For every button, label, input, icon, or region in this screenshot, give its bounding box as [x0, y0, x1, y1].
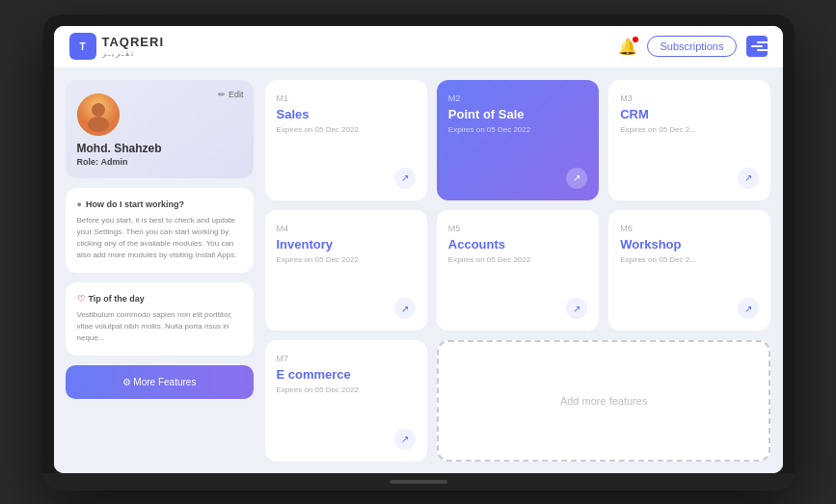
module-card-workshop[interactable]: M6 Workshop Expires on 05 Dec 2... ↗: [608, 210, 770, 331]
avatar: [77, 93, 120, 136]
logo-text: TAQRERI تقـريـر: [102, 35, 165, 58]
module-expiry: Expires on 05 Dec 2...: [620, 255, 759, 264]
module-expiry: Expires on 05 Dec 2022: [448, 125, 587, 134]
module-card-accounts[interactable]: M5 Accounts Expires on 05 Dec 2022 ↗: [437, 210, 599, 331]
app-title: TAQRERI: [102, 35, 165, 49]
left-panel: ✏ Edit: [66, 80, 254, 462]
arrow-icon: ↗: [566, 168, 587, 189]
avatar-area: [77, 93, 242, 136]
module-number: M3: [620, 93, 759, 103]
module-expiry: Expires on 05 Dec 2022: [448, 255, 587, 264]
arrow-icon: ↗: [394, 429, 416, 450]
tip-card: ♡ Tip of the day Vestibulum commodo sapi…: [66, 282, 254, 356]
module-expiry: Expires on 05 Dec 2022: [277, 385, 416, 394]
module-card-pos[interactable]: M2 Point of Sale Expires on 05 Dec 2022 …: [437, 80, 599, 200]
header: T TAQRERI تقـريـر 🔔 Subscriptions: [54, 26, 783, 68]
module-expiry: Expires on 05 Dec 2022: [277, 125, 416, 134]
module-expiry: Expires on 05 Dec 2...: [620, 125, 759, 134]
laptop-base: [42, 473, 795, 491]
how-to-start-title: ● How do I start working?: [77, 199, 242, 209]
tip-text: Vestibulum commodo sapien non elit portt…: [77, 309, 242, 344]
module-name: Workshop: [620, 237, 759, 252]
module-card-ecommerce[interactable]: M7 E commerce Expires on 05 Dec 2022 ↗: [265, 340, 427, 461]
module-card-sales[interactable]: M1 Sales Expires on 05 Dec 2022 ↗: [265, 80, 427, 200]
logo-icon: T: [69, 33, 96, 60]
svg-point-2: [88, 117, 109, 132]
arrow-icon: ↗: [394, 298, 416, 319]
module-name: E commerce: [277, 367, 416, 382]
how-to-start-card: ● How do I start working? Before you sta…: [66, 188, 254, 273]
user-name: Mohd. Shahzeb: [77, 142, 242, 155]
add-more-card[interactable]: Add more features: [437, 340, 771, 461]
logo: T TAQRERI تقـريـر: [69, 33, 165, 60]
module-name: Accounts: [448, 237, 587, 252]
module-name: Point of Sale: [448, 107, 587, 121]
module-number: M7: [277, 354, 416, 363]
screen: T TAQRERI تقـريـر 🔔 Subscriptions: [54, 26, 783, 473]
notification-bell-icon[interactable]: 🔔: [618, 38, 637, 56]
user-role: Role: Admin: [77, 157, 242, 167]
header-right: 🔔 Subscriptions: [618, 36, 767, 57]
main-content: ✏ Edit: [54, 68, 783, 473]
module-number: M2: [448, 93, 587, 103]
profile-card: ✏ Edit: [66, 80, 254, 178]
modules-grid: M1 Sales Expires on 05 Dec 2022 ↗ M2 Poi…: [265, 80, 771, 462]
arrow-icon: ↗: [738, 168, 759, 189]
app-subtitle: تقـريـر: [102, 49, 165, 58]
menu-button[interactable]: [746, 36, 768, 57]
module-name: Sales: [277, 107, 416, 121]
question-icon: ●: [77, 199, 82, 209]
module-card-inventory[interactable]: M4 Inventory Expires on 05 Dec 2022 ↗: [265, 210, 427, 331]
module-number: M4: [277, 224, 416, 233]
module-number: M5: [448, 224, 587, 233]
arrow-icon: ↗: [738, 298, 759, 319]
tip-title: ♡ Tip of the day: [77, 294, 242, 304]
module-name: CRM: [620, 107, 759, 121]
how-to-start-text: Before you start, it is best to check an…: [77, 215, 242, 261]
add-more-text: Add more features: [560, 395, 648, 407]
subscriptions-button[interactable]: Subscriptions: [647, 36, 736, 57]
arrow-icon: ↗: [566, 298, 587, 319]
edit-button[interactable]: ✏ Edit: [218, 90, 243, 99]
notification-dot: [633, 37, 638, 42]
module-name: Inventory: [277, 237, 416, 252]
module-number: M1: [277, 93, 416, 103]
arrow-icon: ↗: [394, 168, 416, 189]
svg-point-1: [92, 103, 105, 117]
laptop-frame: T TAQRERI تقـريـر 🔔 Subscriptions: [42, 14, 795, 491]
heart-icon: ♡: [77, 294, 85, 304]
module-expiry: Expires on 05 Dec 2022: [277, 255, 416, 264]
module-number: M6: [620, 224, 759, 233]
more-features-button[interactable]: ⚙ More Features: [66, 365, 254, 399]
hamburger-icon: [751, 45, 763, 47]
module-card-crm[interactable]: M3 CRM Expires on 05 Dec 2... ↗: [608, 80, 770, 200]
